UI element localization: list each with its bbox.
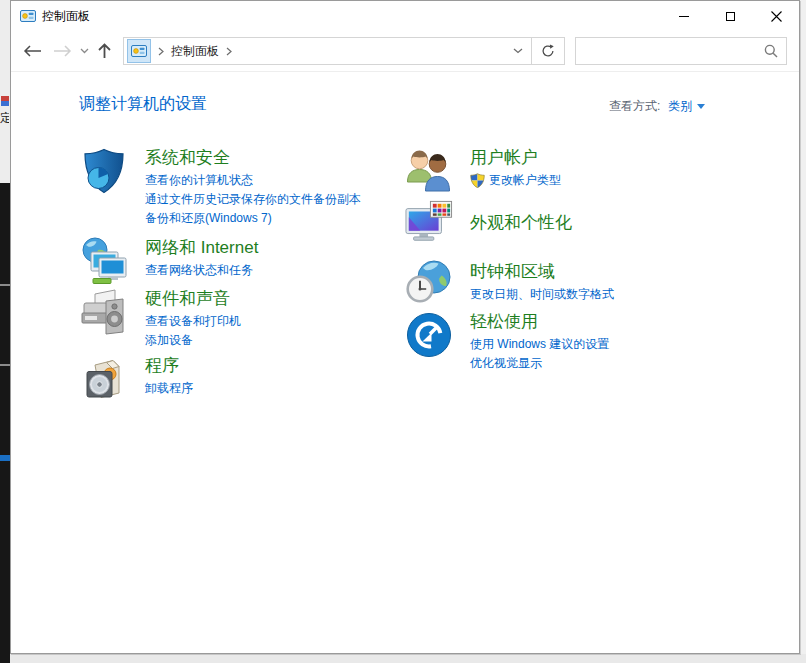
- category-link[interactable]: 查看你的计算机状态: [145, 171, 361, 190]
- category-title[interactable]: 程序: [145, 355, 193, 377]
- uac-shield-icon: [470, 173, 485, 188]
- search-icon[interactable]: [764, 44, 778, 58]
- back-arrow-icon: [23, 45, 42, 57]
- address-dropdown-button[interactable]: [505, 38, 531, 64]
- minimize-icon: [679, 16, 689, 17]
- category-programs: 程序 卸载程序: [80, 355, 193, 403]
- desktop-bottom-band: [10, 654, 806, 663]
- recent-pages-dropdown[interactable]: [77, 37, 91, 65]
- forward-button[interactable]: [47, 37, 77, 65]
- category-clock-region: 时钟和区域 更改日期、时间或数字格式: [405, 258, 614, 306]
- control-panel-window: 控制面板: [10, 0, 800, 654]
- minimize-button[interactable]: [661, 1, 707, 31]
- category-title[interactable]: 外观和个性化: [470, 212, 572, 234]
- breadcrumb-chevron-icon[interactable]: [158, 47, 164, 56]
- view-by-value[interactable]: 类别: [668, 98, 692, 115]
- window-controls: [661, 1, 799, 31]
- category-ease-of-access: 轻松使用 使用 Windows 建议的设置 优化视觉显示: [405, 311, 609, 373]
- window-title: 控制面板: [42, 8, 90, 25]
- control-panel-icon: [131, 43, 147, 59]
- ease-of-access-icon[interactable]: [405, 311, 453, 359]
- back-button[interactable]: [17, 37, 47, 65]
- category-link[interactable]: 查看设备和打印机: [145, 312, 241, 331]
- user-accounts-icon[interactable]: [405, 147, 453, 195]
- maximize-icon: [726, 12, 735, 21]
- system-security-shield-icon[interactable]: [80, 147, 128, 195]
- refresh-icon: [541, 44, 555, 58]
- category-hardware-sound: 硬件和声音 查看设备和打印机 添加设备: [80, 288, 241, 350]
- category-link[interactable]: 更改帐户类型: [489, 171, 561, 190]
- programs-icon[interactable]: [80, 355, 128, 403]
- forward-arrow-icon: [53, 45, 72, 57]
- category-title[interactable]: 系统和安全: [145, 147, 361, 169]
- address-location-icon-button[interactable]: [127, 39, 151, 63]
- background-blue-accent: [0, 455, 10, 461]
- breadcrumb-chevron-icon[interactable]: [226, 47, 232, 56]
- navigation-bar: 控制面板: [11, 31, 799, 72]
- category-link[interactable]: 更改日期、时间或数字格式: [470, 285, 614, 304]
- category-title[interactable]: 用户帐户: [470, 147, 561, 169]
- category-link[interactable]: 备份和还原(Windows 7): [145, 209, 361, 228]
- breadcrumb-control-panel[interactable]: 控制面板: [171, 43, 219, 60]
- maximize-button[interactable]: [707, 1, 753, 31]
- category-link[interactable]: 优化视觉显示: [470, 354, 609, 373]
- chevron-down-icon: [513, 48, 523, 54]
- refresh-button[interactable]: [532, 38, 564, 64]
- background-text-fragment: 定: [0, 110, 9, 126]
- network-internet-icon[interactable]: [80, 237, 128, 285]
- background-window-strip: 定: [0, 0, 10, 663]
- category-system-security: 系统和安全 查看你的计算机状态 通过文件历史记录保存你的文件备份副本 备份和还原…: [80, 147, 361, 228]
- view-by-caret-icon[interactable]: [697, 104, 705, 109]
- titlebar[interactable]: 控制面板: [11, 1, 799, 31]
- hardware-sound-icon[interactable]: [80, 288, 128, 336]
- up-arrow-icon: [98, 43, 111, 59]
- category-title[interactable]: 轻松使用: [470, 311, 609, 333]
- category-link[interactable]: 使用 Windows 建议的设置: [470, 335, 609, 354]
- category-title[interactable]: 时钟和区域: [470, 261, 614, 283]
- category-title[interactable]: 网络和 Internet: [145, 237, 258, 259]
- close-button[interactable]: [753, 1, 799, 31]
- appearance-personalization-icon[interactable]: [405, 199, 453, 247]
- category-appearance-personalization: 外观和个性化: [405, 199, 572, 247]
- category-link[interactable]: 卸载程序: [145, 379, 193, 398]
- view-by-label: 查看方式:: [609, 98, 660, 115]
- view-by-control: 查看方式: 类别: [609, 98, 705, 115]
- clock-region-icon[interactable]: [405, 258, 453, 306]
- category-user-accounts: 用户帐户: [405, 147, 561, 195]
- address-bar[interactable]: 控制面板: [123, 37, 565, 65]
- category-title[interactable]: 硬件和声音: [145, 288, 241, 310]
- screenshot-root: 定 控制面板: [0, 0, 806, 663]
- category-link[interactable]: 查看网络状态和任务: [145, 261, 258, 280]
- background-separator: [0, 364, 10, 366]
- category-network-internet: 网络和 Internet 查看网络状态和任务: [80, 237, 258, 285]
- content-area: 调整计算机的设置 查看方式: 类别: [11, 72, 799, 653]
- background-separator: [0, 284, 10, 286]
- search-box[interactable]: [575, 37, 787, 65]
- search-input[interactable]: [584, 44, 764, 58]
- close-icon: [771, 11, 782, 22]
- background-icon-fragment: [1, 96, 9, 106]
- up-button[interactable]: [91, 37, 117, 65]
- desktop-right-sliver: [800, 0, 806, 663]
- background-dark-panel: [0, 183, 10, 663]
- page-title: 调整计算机的设置: [79, 94, 207, 115]
- chevron-down-icon: [80, 48, 89, 54]
- category-link[interactable]: 通过文件历史记录保存你的文件备份副本: [145, 190, 361, 209]
- category-link[interactable]: 添加设备: [145, 331, 241, 350]
- control-panel-icon: [20, 8, 36, 24]
